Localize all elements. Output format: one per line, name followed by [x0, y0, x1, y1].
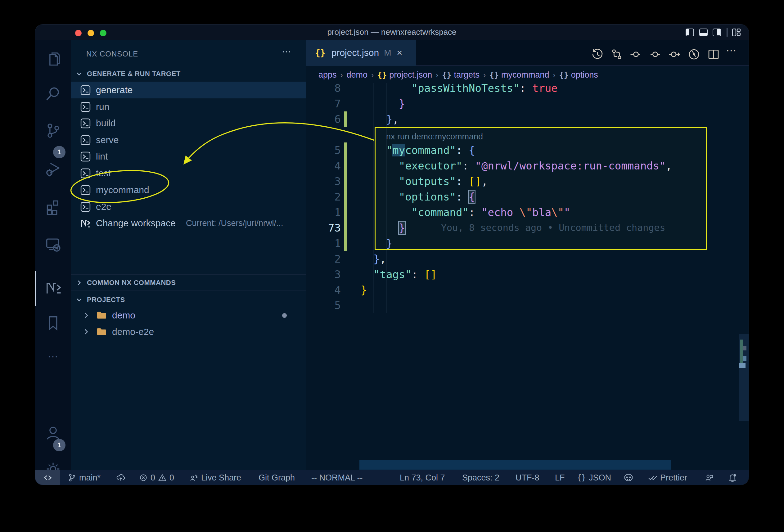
target-build[interactable]: build: [71, 115, 306, 132]
explorer-icon[interactable]: [35, 51, 71, 68]
sidebar-title: NX CONSOLE: [86, 50, 138, 58]
code-line: 5 "mycommand": {: [306, 142, 749, 158]
json-icon: {}: [577, 473, 586, 482]
activity-bar: 1 ⋯ 1 1: [35, 40, 71, 470]
run-debug-icon[interactable]: [35, 160, 71, 177]
code-editor[interactable]: 8 "passWithNoTests": true 7 } 6 }, nx ru…: [306, 83, 749, 470]
codelens-line[interactable]: nx run demo:mycommand: [306, 127, 749, 142]
copilot-status-icon[interactable]: [623, 470, 634, 485]
chevron-down-icon: [76, 71, 83, 77]
indentation-status[interactable]: Spaces: 2: [462, 470, 499, 485]
feedback-icon[interactable]: [704, 470, 714, 485]
editor-tab-bar: {} project.json M × ⋯: [306, 40, 749, 66]
tab-project-json[interactable]: {} project.json M ×: [306, 40, 416, 66]
target-run[interactable]: run: [71, 99, 306, 115]
git-compare-icon[interactable]: [611, 48, 623, 60]
language-mode[interactable]: {}JSON: [577, 470, 611, 485]
toggle-panel-icon[interactable]: [699, 29, 708, 36]
toggle-sidebar-right-icon[interactable]: [712, 29, 721, 36]
next-change-icon[interactable]: [668, 48, 681, 60]
title-bar: project.json — newnxreactwrkspace: [35, 25, 749, 40]
target-label: lint: [96, 148, 108, 165]
breadcrumb-apps[interactable]: apps: [318, 70, 337, 80]
remote-explorer-icon[interactable]: [35, 236, 71, 253]
live-share-button[interactable]: Live Share: [190, 470, 241, 485]
timeline-history-icon[interactable]: [591, 48, 604, 60]
chevron-right-icon: [76, 279, 83, 286]
notifications-bell-icon[interactable]: [728, 470, 737, 485]
source-control-icon[interactable]: [35, 122, 71, 139]
current-workspace-path: Current: /Users/juri/nrwl/...: [186, 215, 283, 231]
branch-icon: [68, 473, 76, 482]
code-line-current: 73 }You, 8 seconds ago • Uncommitted cha…: [306, 220, 749, 235]
window-title: project.json — newnxreactwrkspace: [35, 25, 749, 40]
sidebar-nx-console: NX CONSOLE ⋯ GENERATE & RUN TARGET gener…: [71, 40, 306, 470]
section-common-nx-commands[interactable]: COMMON NX COMMANDS: [71, 276, 306, 289]
toggle-sidebar-left-icon[interactable]: [685, 29, 694, 36]
cursor-position[interactable]: Ln 73, Col 7: [400, 470, 445, 485]
editor-more-actions-icon[interactable]: ⋯: [726, 44, 736, 56]
target-e2e[interactable]: e2e: [71, 198, 306, 215]
horizontal-scrollbar[interactable]: [359, 460, 671, 470]
terminal-icon: [80, 168, 91, 178]
accounts-icon[interactable]: [35, 425, 71, 441]
target-label: e2e: [96, 198, 111, 215]
more-views-icon[interactable]: ⋯: [35, 350, 71, 363]
overview-ruler-mark: [740, 340, 743, 363]
project-label: demo-e2e: [112, 324, 154, 340]
terminal-icon: [80, 102, 91, 112]
sync-changes-button[interactable]: [116, 470, 125, 485]
breadcrumb-project-json[interactable]: project.json: [389, 70, 432, 80]
target-label: build: [96, 115, 115, 132]
problems-status[interactable]: 0 0: [139, 470, 174, 485]
project-demo[interactable]: demo: [71, 307, 306, 324]
cloud-upload-icon: [116, 473, 125, 482]
project-demo-e2e[interactable]: demo-e2e: [71, 324, 306, 340]
section-generate-run-target[interactable]: GENERATE & RUN TARGET: [71, 67, 306, 81]
json-symbol-icon: {}: [559, 71, 568, 80]
chevron-down-icon: [76, 297, 83, 303]
editor-layout-icon[interactable]: [732, 29, 740, 36]
breadcrumb-demo[interactable]: demo: [347, 70, 368, 80]
target-serve[interactable]: serve: [71, 132, 306, 148]
project-status-dot: [282, 313, 287, 318]
tab-modified-indicator: M: [384, 48, 391, 58]
open-timeline-icon[interactable]: [688, 48, 700, 60]
source-control-badge: 1: [53, 146, 65, 158]
nx-console-icon[interactable]: [35, 279, 71, 297]
prev-change-icon[interactable]: [630, 48, 642, 60]
bookmarks-icon[interactable]: [35, 315, 71, 332]
sidebar-more-actions-icon[interactable]: ⋯: [282, 46, 292, 57]
section-projects[interactable]: PROJECTS: [71, 293, 306, 307]
git-branch-status[interactable]: main*: [68, 470, 101, 485]
target-lint[interactable]: lint: [71, 148, 306, 165]
terminal-icon: [80, 202, 91, 212]
git-graph-button[interactable]: Git Graph: [258, 470, 295, 485]
cur-change-icon[interactable]: [649, 48, 662, 60]
breadcrumb-options[interactable]: options: [571, 70, 598, 80]
target-label: mycommand: [96, 181, 149, 198]
eol-status[interactable]: LF: [555, 470, 565, 485]
encoding-status[interactable]: UTF-8: [515, 470, 539, 485]
tab-label: project.json: [332, 48, 379, 58]
target-generate[interactable]: generate: [71, 82, 306, 99]
code-line: 6 },: [306, 111, 749, 127]
target-test[interactable]: test: [71, 165, 306, 181]
breadcrumb-targets[interactable]: targets: [454, 70, 479, 80]
formatter-status[interactable]: Prettier: [648, 470, 687, 485]
target-mycommand[interactable]: mycommand: [71, 181, 306, 198]
vscode-window: project.json — newnxreactwrkspace 1: [35, 24, 749, 485]
search-icon[interactable]: [35, 85, 71, 102]
desktop: project.json — newnxreactwrkspace 1: [0, 0, 784, 532]
warning-icon: [158, 473, 167, 482]
tab-close-icon[interactable]: ×: [397, 48, 402, 58]
section-divider: [71, 290, 306, 291]
remote-indicator[interactable]: [35, 470, 60, 485]
breadcrumb-mycommand[interactable]: mycommand: [501, 70, 549, 80]
change-workspace[interactable]: Change workspace Current: /Users/juri/nr…: [71, 215, 306, 231]
change-workspace-label: Change workspace: [96, 215, 176, 231]
project-label: demo: [112, 307, 135, 324]
split-editor-icon[interactable]: [707, 48, 720, 60]
extensions-icon[interactable]: [35, 198, 71, 215]
overview-ruler-mark: [743, 356, 747, 361]
